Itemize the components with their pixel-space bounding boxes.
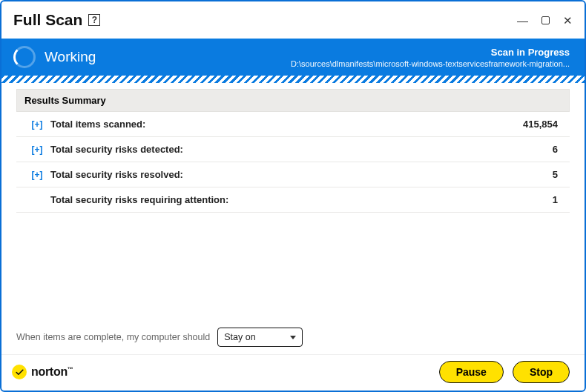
minimize-icon[interactable]: —: [517, 15, 528, 26]
expand-toggle[interactable]: [+]: [24, 170, 50, 180]
trademark: ™: [68, 366, 73, 373]
expand-toggle[interactable]: [+]: [24, 119, 50, 130]
help-icon[interactable]: ?: [88, 14, 100, 26]
completion-label: When items are complete, my computer sho…: [16, 332, 210, 342]
close-icon[interactable]: ✕: [563, 15, 573, 26]
results-summary-header: Results Summary: [16, 89, 570, 112]
titlebar: Full Scan ? — ✕: [1, 1, 585, 39]
pause-button[interactable]: Pause: [439, 361, 504, 383]
current-path: D:\sources\dlmanifests\microsoft-windows…: [291, 59, 570, 68]
progress-stripe: [1, 76, 585, 83]
progress-label: Scan in Progress: [291, 47, 570, 58]
brand-logo: norton™: [12, 365, 73, 379]
summary-row: [+] Total security risks detected: 6: [16, 137, 570, 162]
progress-info: Scan in Progress D:\sources\dlmanifests\…: [291, 47, 570, 68]
scan-window: Full Scan ? — ✕ Working Scan in Progress…: [0, 0, 586, 392]
row-value: 6: [553, 144, 562, 155]
spinner-icon: [13, 46, 36, 68]
summary-row: [+] Total security risks resolved: 5: [16, 162, 570, 187]
expand-toggle[interactable]: [+]: [24, 144, 50, 155]
status-label: Working: [45, 49, 96, 65]
row-label: Total security risks resolved:: [50, 169, 183, 180]
footer-buttons: Pause Stop: [439, 361, 570, 383]
window-title: Full Scan: [13, 11, 82, 29]
status-band: Working Scan in Progress D:\sources\dlma…: [1, 39, 585, 76]
row-label: Total security risks requiring attention…: [50, 194, 228, 205]
window-controls: — ✕: [517, 15, 573, 26]
summary-row: Total security risks requiring attention…: [16, 187, 570, 213]
completion-row: When items are complete, my computer sho…: [16, 323, 570, 354]
completion-select[interactable]: Stay on: [217, 328, 303, 347]
stop-button[interactable]: Stop: [513, 361, 570, 383]
summary-row: [+] Total items scanned: 415,854: [16, 112, 570, 137]
brand-name: norton™: [31, 365, 73, 379]
check-shield-icon: [12, 365, 27, 379]
row-value: 1: [553, 194, 562, 205]
brand-text: norton: [31, 365, 68, 378]
completion-selected: Stay on: [224, 332, 255, 342]
row-value: 5: [553, 169, 562, 180]
content-area: Results Summary [+] Total items scanned:…: [1, 83, 585, 354]
row-label: Total security risks detected:: [50, 144, 183, 155]
maximize-icon[interactable]: [541, 16, 550, 24]
row-label: Total items scanned:: [50, 119, 145, 130]
footer: norton™ Pause Stop: [1, 354, 585, 391]
row-value: 415,854: [523, 119, 562, 130]
